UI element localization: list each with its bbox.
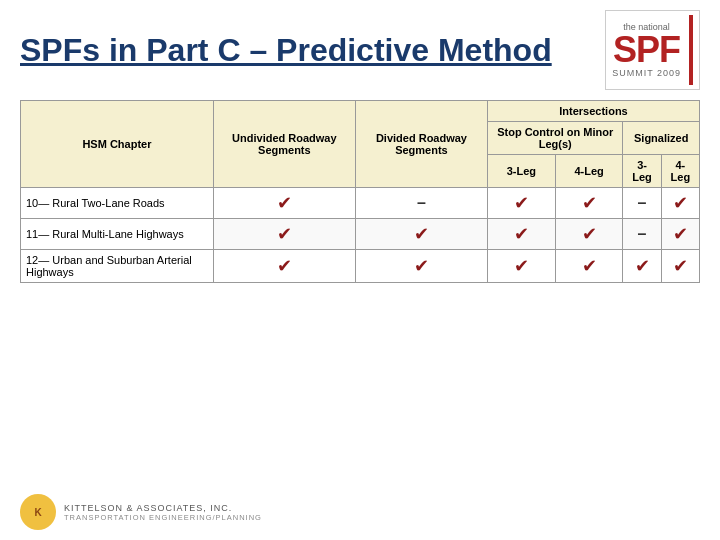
check-icon: ✔ xyxy=(277,256,292,276)
page-title: SPFs in Part C – Predictive Method xyxy=(20,31,552,69)
header: SPFs in Part C – Predictive Method the n… xyxy=(20,10,700,90)
dash-icon: – xyxy=(638,225,647,242)
logo-summit: SUMMIT 2009 xyxy=(612,68,681,78)
check-icon: ✔ xyxy=(673,193,688,213)
check-icon: ✔ xyxy=(277,224,292,244)
th-signalized: Signalized xyxy=(623,122,700,155)
page-container: SPFs in Part C – Predictive Method the n… xyxy=(0,0,720,540)
table-row: 12— Urban and Suburban Arterial Highways… xyxy=(21,250,700,283)
table-row: 11— Rural Multi-Lane Highways✔✔✔✔–✔ xyxy=(21,219,700,250)
logo-content: the national SPF SUMMIT 2009 xyxy=(612,22,681,78)
th-sig-4leg: 4-Leg xyxy=(661,155,699,188)
check-icon: ✔ xyxy=(635,256,650,276)
table-wrapper: HSM Chapter Undivided Roadway Segments D… xyxy=(20,100,700,486)
check-icon: ✔ xyxy=(582,256,597,276)
th-stop-4leg: 4-Leg xyxy=(555,155,623,188)
footer-logo-icon: K xyxy=(20,494,56,530)
footer-company-info: Kittelson & Associates, Inc. Transportat… xyxy=(64,503,262,522)
check-icon: ✔ xyxy=(673,256,688,276)
logo-bar xyxy=(689,15,693,85)
check-icon: ✔ xyxy=(673,224,688,244)
dash-icon: – xyxy=(638,194,647,211)
check-icon: ✔ xyxy=(514,193,529,213)
spf-table: HSM Chapter Undivided Roadway Segments D… xyxy=(20,100,700,283)
table-body: 10— Rural Two-Lane Roads✔–✔✔–✔11— Rural … xyxy=(21,188,700,283)
table-row: 10— Rural Two-Lane Roads✔–✔✔–✔ xyxy=(21,188,700,219)
check-icon: ✔ xyxy=(582,193,597,213)
check-icon: ✔ xyxy=(582,224,597,244)
footer-company-name: Kittelson & Associates, Inc. xyxy=(64,503,262,513)
th-undivided: Undivided Roadway Segments xyxy=(213,101,355,188)
check-icon: ✔ xyxy=(414,224,429,244)
check-icon: ✔ xyxy=(514,256,529,276)
th-stop-control: Stop Control on Minor Leg(s) xyxy=(488,122,623,155)
footer: K Kittelson & Associates, Inc. Transport… xyxy=(20,494,700,530)
check-icon: ✔ xyxy=(514,224,529,244)
dash-icon: – xyxy=(417,194,426,211)
footer-company-sub: Transportation Engineering/Planning xyxy=(64,513,262,522)
th-intersections: Intersections xyxy=(488,101,700,122)
th-stop-3leg: 3-Leg xyxy=(488,155,556,188)
check-icon: ✔ xyxy=(414,256,429,276)
th-divided: Divided Roadway Segments xyxy=(355,101,487,188)
th-sig-3leg: 3-Leg xyxy=(623,155,661,188)
logo-spf: SPF xyxy=(613,32,680,68)
th-hsm-chapter: HSM Chapter xyxy=(21,101,214,188)
logo-wrapper: the national SPF SUMMIT 2009 xyxy=(605,10,700,90)
check-icon: ✔ xyxy=(277,193,292,213)
header-row-1: HSM Chapter Undivided Roadway Segments D… xyxy=(21,101,700,122)
